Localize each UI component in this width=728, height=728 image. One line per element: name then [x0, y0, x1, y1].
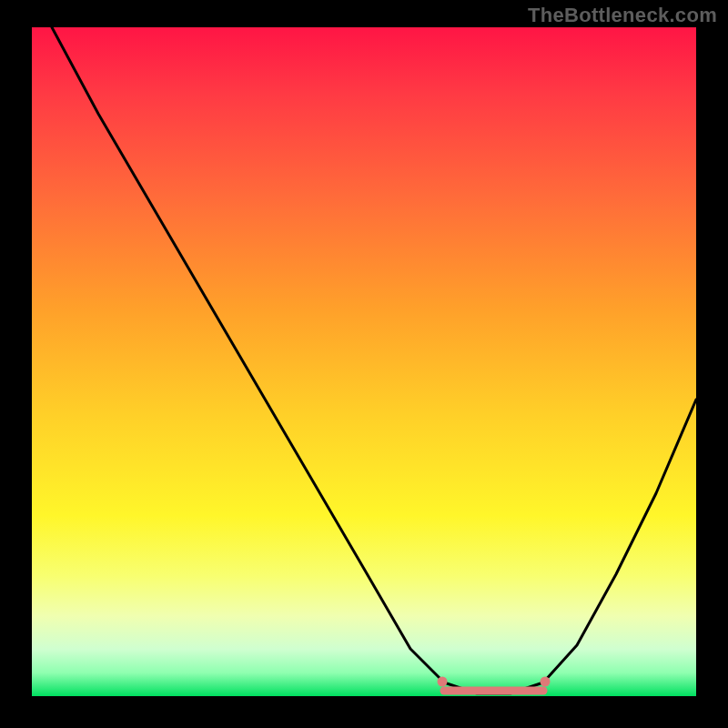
- chart-svg-layer: [32, 27, 696, 696]
- watermark-text: TheBottleneck.com: [528, 4, 717, 27]
- chart-root: TheBottleneck.com: [0, 0, 728, 728]
- optimal-band-start-dot: [438, 677, 448, 687]
- optimal-band-end-dot: [541, 677, 551, 687]
- bottleneck-curve: [52, 27, 696, 693]
- plot-area: [32, 27, 696, 696]
